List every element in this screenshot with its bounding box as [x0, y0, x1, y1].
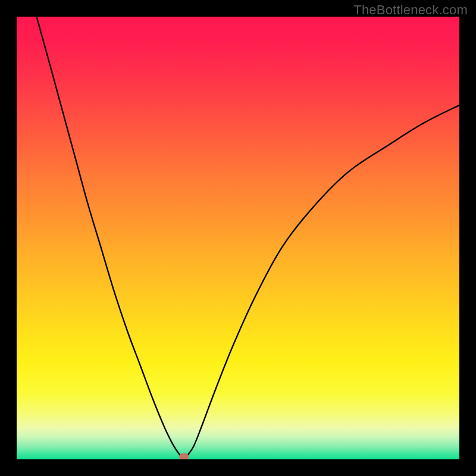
plot-area [17, 17, 459, 459]
curve-layer [17, 17, 459, 459]
chart-container: TheBottleneck.com [0, 0, 476, 476]
watermark-text: TheBottleneck.com [353, 2, 468, 18]
plot-frame [17, 17, 459, 459]
curve-right-branch [187, 105, 459, 456]
curve-left-branch [36, 17, 180, 456]
minimum-marker [179, 453, 189, 459]
